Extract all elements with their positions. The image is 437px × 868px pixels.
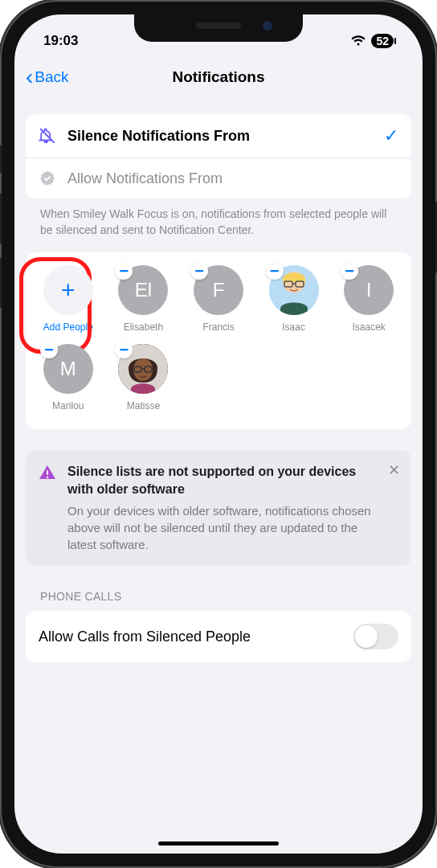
add-people-button[interactable]: + Add People — [31, 265, 106, 333]
remove-badge[interactable]: − — [190, 262, 208, 280]
screen: 19:03 52 ‹ Back Notifications — [14, 14, 423, 854]
alert-title: Silence lists are not supported on your … — [67, 463, 382, 497]
battery-indicator: 52 — [371, 34, 394, 48]
add-people-label: Add People — [43, 321, 93, 333]
warning-icon — [39, 465, 56, 553]
home-indicator[interactable] — [158, 841, 279, 845]
people-card: + Add People − El Elisabeth − — [26, 252, 411, 429]
content: Silence Notifications From ✓ Allow Notif… — [14, 98, 423, 662]
svg-rect-10 — [47, 470, 48, 475]
status-time: 19:03 — [43, 33, 78, 49]
person-label: Matisse — [127, 400, 160, 411]
silence-from-row[interactable]: Silence Notifications From ✓ — [26, 114, 411, 158]
remove-badge[interactable]: − — [266, 262, 284, 280]
remove-badge[interactable]: − — [40, 341, 58, 358]
status-right: 52 — [350, 34, 394, 48]
notch — [134, 14, 303, 42]
person-matisse[interactable]: − Matisse — [106, 344, 182, 411]
page-title: Notifications — [14, 68, 423, 86]
person-label: Marilou — [52, 400, 84, 411]
mode-card: Silence Notifications From ✓ Allow Notif… — [26, 114, 411, 199]
person-isaacek[interactable]: − I Isaacek — [331, 265, 406, 333]
phone-calls-header: PHONE CALLS — [26, 566, 411, 611]
allow-from-label: Allow Notifications From — [67, 170, 398, 187]
checkmark-icon: ✓ — [384, 125, 398, 146]
wifi-icon — [350, 35, 366, 47]
people-grid: + Add People − El Elisabeth − — [31, 265, 406, 423]
close-icon[interactable]: ✕ — [388, 461, 400, 479]
device-frame: 19:03 52 ‹ Back Notifications — [0, 0, 437, 868]
plus-icon: + — [43, 265, 93, 315]
allow-calls-toggle[interactable] — [353, 624, 398, 649]
volume-down-button — [0, 257, 2, 309]
silence-from-label: Silence Notifications From — [67, 128, 373, 145]
nav-bar: ‹ Back Notifications — [14, 56, 423, 98]
person-label: Francis — [202, 321, 234, 333]
bell-slash-icon — [39, 127, 56, 145]
mute-switch — [0, 145, 2, 174]
person-label: Elisabeth — [124, 321, 163, 333]
alert-body-text: On your devices with older software, not… — [67, 502, 382, 553]
compat-alert: Silence lists are not supported on your … — [26, 450, 411, 566]
person-francis[interactable]: − F Francis — [181, 265, 256, 333]
svg-point-11 — [47, 477, 48, 478]
person-isaac[interactable]: − Isaac — [256, 265, 332, 333]
allow-from-row[interactable]: Allow Notifications From — [26, 158, 411, 199]
mode-description: When Smiley Walk Focus is on, notificati… — [26, 199, 411, 252]
allow-calls-row: Allow Calls from Silenced People — [26, 611, 411, 662]
toggle-knob — [355, 625, 378, 648]
person-label: Isaac — [282, 321, 305, 333]
volume-up-button — [0, 193, 2, 244]
person-marilou[interactable]: − M Marilou — [31, 344, 106, 411]
person-elisabeth[interactable]: − El Elisabeth — [106, 265, 182, 333]
person-label: Isaacek — [352, 321, 385, 333]
checkmark-seal-icon — [39, 170, 56, 187]
allow-calls-label: Allow Calls from Silenced People — [39, 628, 353, 645]
